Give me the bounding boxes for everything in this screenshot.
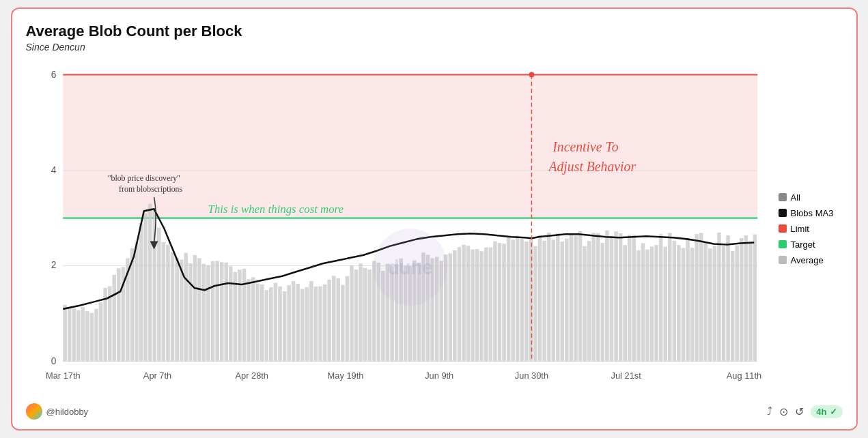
svg-rect-40 — [242, 269, 246, 362]
legend-item-target: Target — [779, 239, 843, 250]
refresh-icon[interactable]: ↺ — [795, 405, 804, 418]
svg-rect-20 — [152, 209, 156, 362]
svg-rect-25 — [175, 258, 179, 362]
svg-rect-37 — [229, 266, 233, 361]
svg-rect-152 — [744, 235, 748, 362]
svg-rect-149 — [730, 251, 734, 362]
svg-rect-126 — [627, 235, 631, 362]
legend-item-limit: Limit — [779, 224, 843, 234]
legend-label-all: All — [791, 192, 800, 203]
legend-item-blobs-ma3: Blobs MA3 — [779, 208, 843, 218]
svg-rect-4 — [81, 307, 85, 362]
svg-rect-22 — [161, 242, 165, 362]
svg-rect-118 — [591, 233, 596, 361]
svg-rect-137 — [677, 245, 681, 362]
x-label-jun9: Jun 9th — [425, 370, 453, 381]
svg-rect-93 — [479, 251, 484, 361]
svg-rect-66 — [359, 263, 363, 361]
y-label-6: 6 — [51, 68, 56, 79]
svg-rect-140 — [690, 248, 694, 362]
svg-rect-59 — [327, 280, 331, 362]
svg-rect-115 — [578, 231, 582, 362]
legend-label-limit: Limit — [791, 224, 809, 234]
svg-rect-12 — [117, 268, 121, 362]
svg-rect-117 — [587, 241, 591, 362]
time-label: 4h — [816, 407, 826, 417]
share-icon[interactable]: ⤴ — [767, 405, 772, 418]
svg-rect-144 — [708, 248, 712, 362]
svg-rect-6 — [89, 313, 94, 362]
svg-rect-47 — [273, 283, 277, 362]
svg-rect-90 — [466, 246, 470, 362]
legend-dot-target — [779, 240, 787, 248]
svg-rect-57 — [318, 287, 322, 362]
svg-rect-147 — [721, 246, 725, 361]
svg-rect-122 — [609, 235, 613, 361]
legend-item-all: All — [779, 192, 843, 203]
legend-dot-blobs-ma3 — [779, 209, 787, 217]
svg-rect-87 — [453, 250, 457, 362]
svg-rect-146 — [717, 233, 721, 362]
y-label-4: 4 — [51, 164, 56, 175]
legend-label-target: Target — [791, 239, 815, 250]
svg-rect-96 — [493, 242, 497, 362]
svg-rect-34 — [215, 261, 219, 361]
svg-rect-110 — [555, 233, 559, 362]
legend-label-blobs-ma3: Blobs MA3 — [791, 208, 834, 218]
svg-rect-43 — [255, 284, 260, 362]
svg-rect-1 — [67, 308, 71, 361]
svg-rect-112 — [565, 239, 569, 362]
svg-rect-113 — [569, 233, 573, 362]
svg-rect-60 — [331, 276, 335, 361]
svg-rect-38 — [233, 272, 237, 362]
svg-rect-116 — [583, 246, 587, 362]
svg-rect-58 — [322, 284, 326, 362]
svg-rect-23 — [166, 245, 170, 362]
svg-rect-31 — [201, 264, 206, 362]
avatar — [26, 403, 42, 420]
svg-rect-107 — [542, 241, 546, 362]
svg-rect-102 — [520, 239, 524, 362]
svg-rect-86 — [448, 253, 452, 361]
svg-rect-63 — [345, 276, 349, 362]
svg-rect-67 — [363, 268, 367, 362]
x-label-aug11: Aug 11th — [726, 370, 761, 381]
svg-rect-124 — [618, 233, 622, 362]
pink-zone — [63, 75, 757, 218]
svg-rect-97 — [497, 243, 501, 362]
x-label-apr28: Apr 28th — [235, 370, 268, 381]
svg-rect-3 — [76, 310, 80, 362]
svg-rect-127 — [632, 235, 636, 362]
x-label-jun30: Jun 30th — [514, 370, 548, 381]
svg-rect-61 — [336, 278, 340, 362]
camera-icon[interactable]: ⊙ — [779, 405, 788, 418]
svg-rect-89 — [462, 245, 466, 362]
svg-rect-16 — [135, 242, 139, 362]
svg-rect-65 — [354, 269, 358, 362]
svg-rect-68 — [367, 269, 372, 362]
svg-rect-0 — [63, 305, 67, 362]
annotation-cost-more: This is when things cost more — [208, 203, 344, 216]
svg-rect-100 — [511, 239, 515, 361]
svg-rect-145 — [712, 246, 716, 361]
svg-rect-46 — [269, 287, 273, 362]
legend-label-average: Average — [791, 255, 824, 265]
svg-rect-119 — [596, 233, 600, 362]
author-label: @hildobby — [46, 407, 89, 417]
svg-rect-105 — [533, 246, 537, 362]
svg-rect-104 — [529, 239, 533, 362]
time-badge[interactable]: 4h ✓ — [811, 405, 842, 418]
svg-rect-5 — [85, 311, 89, 362]
svg-rect-150 — [735, 246, 739, 362]
chart-card: Average Blob Count per Block Since Dencu… — [11, 8, 858, 430]
footer-right: ⤴ ⊙ ↺ 4h ✓ — [767, 405, 842, 418]
svg-rect-56 — [313, 287, 318, 362]
x-label-may19: May 19th — [327, 370, 363, 381]
svg-rect-120 — [600, 243, 604, 362]
chart-area: 0 2 4 6 Mar 17th Apr 7th Apr 28th May 19… — [26, 61, 843, 396]
svg-rect-19 — [148, 204, 152, 362]
svg-rect-143 — [703, 242, 708, 361]
svg-rect-21 — [157, 228, 161, 362]
svg-rect-108 — [546, 233, 550, 362]
svg-rect-125 — [623, 245, 627, 362]
